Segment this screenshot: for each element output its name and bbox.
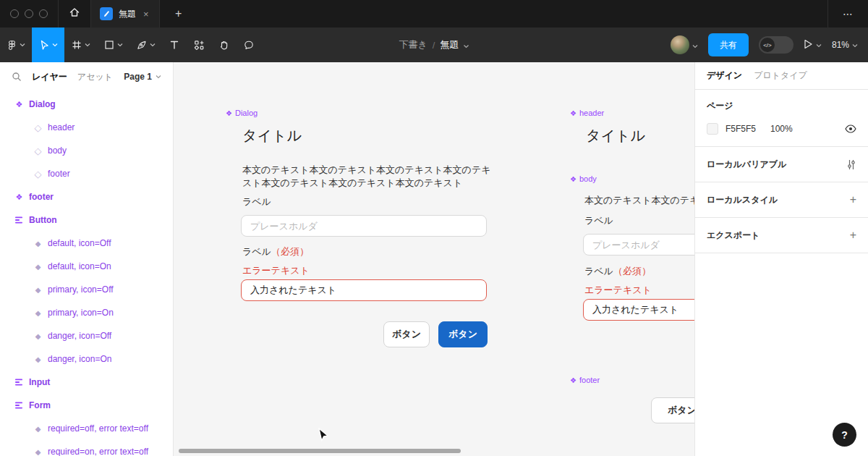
tab-design[interactable]: デザイン xyxy=(707,69,742,82)
page-color-opacity[interactable]: 100% xyxy=(770,124,811,134)
account-menu[interactable] xyxy=(671,35,698,54)
detail-error-text[interactable]: エラーテキスト xyxy=(584,284,652,297)
layer-row[interactable]: ❖ ◇ ◆ default, icon=Off xyxy=(0,232,173,255)
detail-body-text[interactable]: 本文のテキスト本文のテキスト本文のテキスト xyxy=(584,194,694,207)
present-button[interactable] xyxy=(804,39,822,51)
component-set-icon xyxy=(14,402,24,409)
file-tab[interactable]: 無題 × xyxy=(90,0,160,28)
page-selector[interactable]: Page 1 xyxy=(124,72,161,82)
layer-label: Dialog xyxy=(29,99,56,109)
breadcrumb-file-name[interactable]: 無題 xyxy=(440,38,459,51)
help-button[interactable]: ? xyxy=(833,423,856,447)
dialog-error-text[interactable]: エラーテキスト xyxy=(242,264,310,277)
dialog-primary-button[interactable]: ボタン xyxy=(438,321,488,347)
layer-row[interactable]: ❖ ◇ ◆ danger, icon=Off xyxy=(0,324,173,347)
adjustments-icon[interactable] xyxy=(846,159,856,170)
frame-label-header[interactable]: ❖ header xyxy=(570,109,604,117)
canvas[interactable]: ❖ Dialog タイトル 本文のテキスト本文のテキスト本文のテキスト本文のテキ… xyxy=(174,62,694,456)
page-section-title: ページ xyxy=(707,100,856,112)
shape-tool-button[interactable] xyxy=(97,28,129,62)
dialog-secondary-button[interactable]: ボタン xyxy=(383,321,430,347)
chevron-down-icon xyxy=(816,40,822,50)
tab-close-icon[interactable]: × xyxy=(142,9,150,20)
layer-row[interactable]: ❖ ◇ ◆ danger, icon=On xyxy=(0,347,173,371)
detail-input-label[interactable]: ラベル xyxy=(584,214,613,227)
layer-row[interactable]: ❖ ◇ ◆ body xyxy=(0,139,173,162)
variant-diamond-icon: ◆ xyxy=(33,448,43,456)
variant-diamond-icon: ◆ xyxy=(33,355,43,363)
layer-row[interactable]: ❖ ◇ ◆ header xyxy=(0,116,173,139)
dialog-title[interactable]: タイトル xyxy=(242,126,302,145)
search-icon[interactable] xyxy=(12,72,22,82)
dialog-body-text[interactable]: 本文のテキスト本文のテキスト本文のテキスト本文のテキスト本文のテキスト本文のテキ… xyxy=(242,164,495,189)
eye-icon[interactable] xyxy=(845,124,856,133)
add-export-icon[interactable]: + xyxy=(850,229,856,242)
export-row[interactable]: エクスポート + xyxy=(695,218,868,253)
dialog-error-input[interactable] xyxy=(241,279,487,301)
text-tool-button[interactable] xyxy=(162,28,187,62)
pen-tool-button[interactable] xyxy=(129,28,162,62)
frame-label-footer[interactable]: ❖ footer xyxy=(570,376,600,384)
tab-assets[interactable]: アセット xyxy=(77,71,113,83)
comment-bubble-icon xyxy=(243,39,255,51)
chevron-down-icon xyxy=(150,43,156,47)
dialog-placeholder-input[interactable] xyxy=(241,215,487,237)
layer-row[interactable]: ❖ ◇ ◆ footer xyxy=(0,162,173,185)
layers-panel: レイヤー アセット Page 1 ❖ ◇ ◆ Dialog ❖ ◇ xyxy=(0,62,174,456)
new-tab-button[interactable]: + xyxy=(170,7,187,20)
text-icon xyxy=(169,39,180,51)
layer-row[interactable]: ❖ ◇ ◆ Dialog xyxy=(0,93,173,116)
page-color-swatch[interactable] xyxy=(707,123,718,135)
dialog-input-label[interactable]: ラベル xyxy=(242,195,271,208)
layer-row[interactable]: ❖ ◇ ◆ Button xyxy=(0,208,173,232)
local-styles-row[interactable]: ローカルスタイル + xyxy=(695,182,868,218)
add-style-icon[interactable]: + xyxy=(850,193,856,206)
layer-row[interactable]: ❖ ◇ ◆ primary, icon=On xyxy=(0,301,173,324)
component-set-icon xyxy=(14,379,24,386)
dialog-required-label[interactable]: ラベル xyxy=(242,246,271,257)
horizontal-scrollbar[interactable] xyxy=(179,449,461,453)
resources-button[interactable] xyxy=(187,28,211,62)
component-icon: ❖ xyxy=(570,175,576,183)
layer-row[interactable]: ❖ ◇ ◆ Input xyxy=(0,371,173,394)
breadcrumb-separator: / xyxy=(433,40,435,51)
detail-footer-button[interactable]: ボタン xyxy=(651,397,694,423)
home-button[interactable] xyxy=(59,0,90,28)
share-button[interactable]: 共有 xyxy=(708,33,749,56)
window-controls[interactable] xyxy=(10,9,48,18)
frame-label-body[interactable]: ❖ body xyxy=(570,174,597,183)
local-variables-row[interactable]: ローカルバリアブル xyxy=(695,147,868,182)
detail-error-input[interactable] xyxy=(583,299,694,321)
variant-diamond-icon: ◆ xyxy=(33,286,43,294)
detail-required-label[interactable]: ラベル xyxy=(584,266,613,276)
figma-file-icon xyxy=(100,7,113,20)
frame-tool-button[interactable] xyxy=(64,28,97,62)
main-menu-button[interactable] xyxy=(0,28,32,62)
detail-placeholder-input[interactable] xyxy=(583,234,694,256)
overflow-menu-button[interactable]: ⋯ xyxy=(843,8,854,20)
window-minimize-button[interactable] xyxy=(25,9,33,18)
window-close-button[interactable] xyxy=(10,9,19,18)
layer-row[interactable]: ❖ ◇ ◆ Form xyxy=(0,394,173,417)
variant-diamond-icon: ◆ xyxy=(33,332,43,340)
comment-tool-button[interactable] xyxy=(237,28,261,62)
hand-tool-button[interactable] xyxy=(211,28,237,62)
tab-title: 無題 xyxy=(119,8,136,20)
window-maximize-button[interactable] xyxy=(39,9,48,18)
layer-label: primary, icon=On xyxy=(48,308,114,318)
breadcrumb-folder[interactable]: 下書き xyxy=(399,38,427,51)
page-color-hex[interactable]: F5F5F5 xyxy=(726,124,770,134)
move-tool-button[interactable] xyxy=(32,28,64,62)
layer-row[interactable]: ❖ ◇ ◆ primary, icon=Off xyxy=(0,278,173,301)
chevron-down-icon[interactable] xyxy=(463,40,469,51)
layer-row[interactable]: ❖ ◇ ◆ required=on, error text=off xyxy=(0,440,173,456)
tab-prototype[interactable]: プロトタイプ xyxy=(754,69,807,82)
zoom-menu[interactable]: 81% xyxy=(832,40,858,50)
detail-title[interactable]: タイトル xyxy=(586,126,645,145)
dev-mode-toggle[interactable]: </> xyxy=(759,36,793,54)
layer-row[interactable]: ❖ ◇ ◆ default, icon=On xyxy=(0,255,173,278)
frame-label-dialog[interactable]: ❖ Dialog xyxy=(226,109,258,117)
tab-layers[interactable]: レイヤー xyxy=(32,71,67,83)
layer-row[interactable]: ❖ ◇ ◆ required=off, error text=off xyxy=(0,417,173,440)
layer-row[interactable]: ❖ ◇ ◆ footer xyxy=(0,185,173,208)
